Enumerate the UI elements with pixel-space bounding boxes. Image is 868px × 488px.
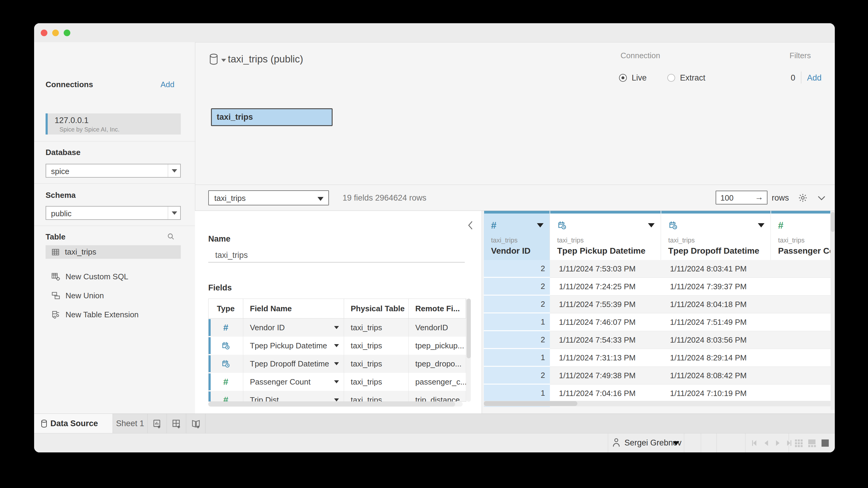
grid-cell[interactable]: 1/11/2024 7:49:38 PM [550,367,661,385]
tab-data-source[interactable]: Data Source [34,414,113,433]
apply-row-count-icon[interactable]: → [755,192,763,202]
grid-cell[interactable] [771,296,831,313]
grid-settings-gear-icon[interactable] [798,193,808,204]
grid-cell[interactable]: 2 [484,331,550,349]
grid-cell[interactable]: 1/11/2024 7:31:13 PM [550,349,661,367]
new-dashboard-button[interactable] [167,414,186,433]
fields-hscrollbar[interactable] [208,402,463,406]
grid-cell[interactable]: 1/11/2024 7:55:39 PM [550,296,661,313]
action-new-custom-sql[interactable]: New Custom SQL [45,270,181,283]
extract-radio-label[interactable]: Extract [680,73,705,83]
show-filmstrip-icon[interactable] [807,438,817,449]
grid-cell[interactable]: 1/11/2024 8:08:42 PM [661,367,771,385]
datasource-caret-icon[interactable] [221,59,226,62]
grid-cell[interactable]: 2 [484,260,550,278]
live-radio[interactable] [619,74,627,82]
grid-cell[interactable] [771,349,831,367]
show-sheet-sorter-icon[interactable] [794,438,803,449]
field-dropdown-caret[interactable] [334,398,339,401]
name-input[interactable]: taxi_trips [208,250,465,262]
grid-cell[interactable] [771,367,831,385]
extract-radio[interactable] [667,74,675,82]
column-menu-caret[interactable] [648,223,655,227]
grid-cell[interactable]: 1 [484,385,550,402]
action-new-table-extension[interactable]: New Table Extension [45,308,181,321]
column-selection-strip[interactable] [771,211,830,214]
grid-vscrollbar[interactable] [831,211,835,410]
grid-cell[interactable]: 1/11/2024 7:51:49 PM [661,313,771,331]
filters-add-link[interactable]: Add [807,73,822,83]
canvas-table-chip[interactable]: taxi_trips [211,108,333,126]
field-dropdown-caret[interactable] [334,344,339,347]
grid-cell[interactable]: 2 [484,278,550,296]
grid-cell[interactable]: 1/11/2024 8:03:56 PM [661,331,771,349]
database-select-dropdown[interactable] [168,164,180,177]
schema-select-dropdown[interactable] [168,206,180,219]
field-row-passenger-count[interactable]: #Passenger Counttaxi_tripspassenger_c... [209,373,466,391]
grid-collapse-chevron-icon[interactable] [817,195,826,203]
tab-sheet1[interactable]: Sheet 1 [113,414,148,433]
grid-cell[interactable]: 1/11/2024 7:46:07 PM [550,313,661,331]
column-selection-strip[interactable] [484,211,550,214]
column-header-tpep-dropoff-datetime[interactable]: taxi_tripsTpep Dropoff Datetime [661,214,771,260]
close-window-button[interactable] [41,30,48,36]
collapse-pane-icon[interactable] [467,221,475,229]
field-dropdown-caret[interactable] [334,380,339,383]
live-radio-label[interactable]: Live [632,73,647,83]
grid-cell[interactable]: 1/11/2024 7:24:25 PM [550,278,661,296]
sidebar-item-taxi-trips[interactable]: taxi_trips [45,245,181,259]
table-search-icon[interactable] [166,232,175,242]
field-dropdown-caret[interactable] [334,362,339,365]
grid-hscrollbar[interactable] [484,401,831,406]
grid-cell[interactable]: 1/11/2024 7:10:19 PM [661,385,771,402]
field-row-tpep-dropoff-datetime[interactable]: Tpep Dropoff Datetimetaxi_tripstpep_drop… [209,355,466,373]
result-table-select[interactable]: taxi_trips [208,190,329,205]
grid-cell[interactable]: 2 [484,367,550,385]
column-menu-caret[interactable] [537,223,544,227]
field-row-trip-dist-[interactable]: #Trip Dist...taxi_tripstrip_distance [209,391,466,402]
first-page-icon[interactable] [750,439,758,449]
datasource-db-icon[interactable] [209,54,218,67]
grid-cell[interactable]: 1 [484,313,550,331]
grid-cell[interactable] [771,260,831,278]
row-count-input[interactable]: 100 → [716,191,768,204]
column-selection-strip[interactable] [661,211,771,214]
add-connection-link[interactable]: Add [161,80,175,89]
next-page-icon[interactable] [774,439,782,449]
column-header-vendor-id[interactable]: #taxi_tripsVendor ID [484,214,550,260]
grid-cell[interactable]: 1/11/2024 7:39:37 PM [661,278,771,296]
grid-cell[interactable]: 1/11/2024 7:54:33 PM [550,331,661,349]
grid-cell[interactable]: 1/11/2024 8:29:14 PM [661,349,771,367]
datetime-type-icon [221,341,230,350]
field-row-vendor-id[interactable]: #Vendor IDtaxi_tripsVendorID [209,319,466,336]
grid-cell[interactable]: 1/11/2024 8:04:18 PM [661,296,771,313]
user-menu-caret[interactable] [673,441,679,446]
grid-cell[interactable]: 2 [484,296,550,313]
fields-vscrollbar[interactable] [467,299,471,402]
grid-cell[interactable]: 1 [484,349,550,367]
zoom-window-button[interactable] [64,30,70,36]
grid-cell[interactable] [771,313,831,331]
grid-cell[interactable]: 1/11/2024 7:53:03 PM [550,260,661,278]
field-row-tpep-pickup-datetime[interactable]: Tpep Pickup Datetimetaxi_tripstpep_picku… [209,336,466,355]
grid-cell[interactable] [771,385,831,402]
new-story-button[interactable] [186,414,206,433]
column-menu-caret[interactable] [758,223,765,227]
minimize-window-button[interactable] [52,30,59,36]
schema-select[interactable]: public [45,206,181,220]
connection-item[interactable]: 127.0.0.1 Spice by Spice AI, Inc. [45,113,181,134]
column-selection-strip[interactable] [550,211,661,214]
column-header-passenger-count[interactable]: #taxi_tripsPassenger Count [771,214,831,260]
column-header-tpep-pickup-datetime[interactable]: taxi_tripsTpep Pickup Datetime [550,214,661,260]
action-new-union[interactable]: New Union [45,290,181,302]
database-select[interactable]: spice [45,164,181,177]
new-worksheet-button[interactable] [148,414,167,433]
field-dropdown-caret[interactable] [334,326,339,329]
show-tabs-icon[interactable] [820,438,830,449]
last-page-icon[interactable] [785,439,794,449]
grid-cell[interactable] [771,331,831,349]
prev-page-icon[interactable] [762,439,771,449]
grid-cell[interactable]: 1/11/2024 7:04:16 PM [550,385,661,402]
grid-cell[interactable]: 1/11/2024 8:03:41 PM [661,260,771,278]
grid-cell[interactable] [771,278,831,296]
